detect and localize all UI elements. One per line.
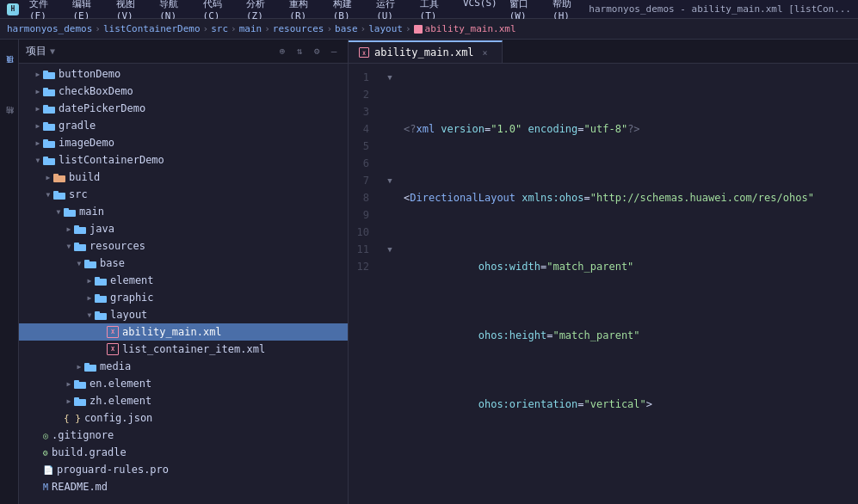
tree-item-layout[interactable]: layout: [19, 306, 348, 323]
ln-10: 10: [349, 224, 376, 241]
tree-leaf-build-gradle: [33, 447, 43, 458]
vtab-structure[interactable]: 结构: [2, 95, 17, 146]
bc-src[interactable]: src: [211, 23, 228, 34]
tab-bar: X ability_main.xml ×: [349, 40, 858, 64]
svg-rect-29: [95, 311, 100, 315]
bc-layout[interactable]: layout: [368, 23, 403, 34]
svg-rect-1: [43, 71, 48, 74]
tree-leaf-readme: [33, 482, 43, 492]
tab-close-btn[interactable]: ×: [479, 46, 491, 58]
label-gitignore: .gitignore: [52, 429, 114, 441]
tree-item-resources[interactable]: resources: [19, 237, 348, 255]
tree-item-build[interactable]: build: [19, 169, 348, 186]
label-config-json: config.json: [84, 412, 152, 424]
tree-item-checkBoxDemo[interactable]: checkBoxDemo: [19, 83, 348, 100]
folder-icon-src: [53, 190, 65, 200]
tree-item-list-container-item[interactable]: X list_container_item.xml: [19, 341, 348, 358]
file-tree[interactable]: buttonDemo checkBoxDemo datePickerDemo g…: [19, 64, 348, 504]
svg-rect-15: [53, 191, 59, 194]
fold-11[interactable]: ▼: [383, 241, 397, 258]
svg-rect-33: [74, 380, 79, 384]
bc-base[interactable]: base: [335, 23, 358, 34]
tree-arrow-checkBoxDemo: [33, 86, 43, 96]
tree-item-en-element[interactable]: en.element: [19, 375, 348, 392]
ln-3: 3: [349, 103, 376, 120]
tree-item-base[interactable]: base: [19, 255, 348, 272]
tree-item-gitignore[interactable]: ◎ .gitignore: [19, 427, 348, 444]
code-line-5: ohos:orientation="vertical">: [404, 396, 851, 413]
svg-rect-25: [95, 277, 100, 280]
xml-icon-ability-main: X: [107, 326, 119, 338]
app-icon: H: [7, 3, 19, 15]
label-proguard: proguard-rules.pro: [57, 464, 169, 476]
vtab-project[interactable]: 项目: [2, 43, 17, 95]
bc-file-icon: [414, 25, 423, 34]
label-base: base: [100, 257, 125, 269]
tree-leaf-ability-main: [96, 327, 107, 337]
tree-item-graphic[interactable]: graphic: [19, 289, 348, 306]
svg-rect-23: [84, 260, 90, 263]
folder-icon-layout: [95, 310, 107, 320]
tree-item-media[interactable]: media: [19, 358, 348, 375]
tree-item-element[interactable]: element: [19, 272, 348, 289]
folder-icon-element: [95, 276, 107, 286]
tree-item-java[interactable]: java: [19, 220, 348, 237]
tree-item-buttonDemo[interactable]: buttonDemo: [19, 65, 348, 83]
tree-item-main[interactable]: main: [19, 203, 348, 220]
tree-arrow-element: [84, 275, 95, 286]
code-panel: X ability_main.xml × 1 2 3 4 5 6 7 8 9 1…: [349, 40, 858, 504]
bc-harmonyos[interactable]: harmonyos_demos: [7, 23, 92, 34]
panel-btn-settings[interactable]: ⚙: [310, 45, 324, 58]
code-area[interactable]: 1 2 3 4 5 6 7 8 9 10 11 12 ▼: [349, 64, 858, 504]
panel-btn-add[interactable]: ⊕: [275, 45, 289, 58]
bc-listcontainerdemo[interactable]: listContainerDemo: [103, 23, 201, 34]
tree-item-listContainerDemo[interactable]: listContainerDemo: [19, 151, 348, 169]
tree-leaf-list-container-item: [96, 344, 107, 354]
xml-icon-list-container-item: X: [107, 343, 119, 355]
main-area: 项目 结构 项目 ▼ ⊕ ⇅ ⚙ — buttonDemo: [0, 40, 858, 504]
bc-resources[interactable]: resources: [273, 23, 324, 34]
tree-item-config-json[interactable]: { } config.json: [19, 409, 348, 427]
tree-leaf-gitignore: [33, 430, 43, 440]
label-zh-element: zh.element: [90, 395, 151, 407]
git-icon-gitignore: ◎: [43, 431, 48, 440]
code-line-6: [404, 464, 851, 482]
ln-12: 12: [349, 258, 376, 275]
tree-arrow-graphic: [84, 292, 95, 303]
folder-icon-buttonDemo: [43, 70, 55, 79]
code-line-4: ohos:height="match_parent": [404, 327, 851, 344]
tree-item-gradle[interactable]: gradle: [19, 117, 348, 134]
fold-2[interactable]: ▼: [383, 69, 397, 86]
label-readme: README.md: [52, 481, 108, 493]
ln-8: 8: [349, 189, 376, 206]
code-line-3: ohos:width="match_parent": [404, 258, 851, 275]
tree-item-datePickerDemo[interactable]: datePickerDemo: [19, 100, 348, 117]
md-icon-readme: M: [43, 482, 48, 492]
panel-btn-hide[interactable]: —: [327, 45, 341, 58]
folder-icon-media: [84, 362, 96, 372]
label-ability-main: ability_main.xml: [122, 326, 222, 338]
bc-file[interactable]: ability_main.xml: [414, 23, 516, 34]
bc-main[interactable]: main: [239, 23, 262, 34]
fold-7[interactable]: ▼: [383, 172, 397, 189]
svg-rect-11: [43, 157, 48, 160]
tab-ability-main[interactable]: X ability_main.xml ×: [349, 40, 503, 63]
tree-item-ability-main[interactable]: X ability_main.xml: [19, 323, 348, 341]
tree-item-build-gradle[interactable]: ⚙ build.gradle: [19, 444, 348, 461]
code-content[interactable]: <?xml version="1.0" encoding="utf-8"?> <…: [397, 64, 858, 504]
breadcrumb: harmonyos_demos › listContainerDemo › sr…: [0, 19, 858, 40]
label-media: media: [100, 360, 131, 372]
svg-rect-35: [74, 397, 79, 401]
tree-item-proguard[interactable]: 📄 proguard-rules.pro: [19, 461, 348, 478]
tree-item-imageDemo[interactable]: imageDemo: [19, 134, 348, 151]
svg-rect-27: [95, 294, 100, 298]
ln-6: 6: [349, 155, 376, 172]
panel-actions: ⊕ ⇅ ⚙ —: [275, 45, 341, 58]
ln-1: 1: [349, 69, 376, 86]
tree-item-src[interactable]: src: [19, 186, 348, 203]
ln-9: 9: [349, 206, 376, 224]
tree-item-readme[interactable]: M README.md: [19, 478, 348, 495]
folder-icon-graphic: [95, 293, 107, 303]
panel-btn-sync[interactable]: ⇅: [293, 45, 306, 58]
tree-item-zh-element[interactable]: zh.element: [19, 392, 348, 409]
